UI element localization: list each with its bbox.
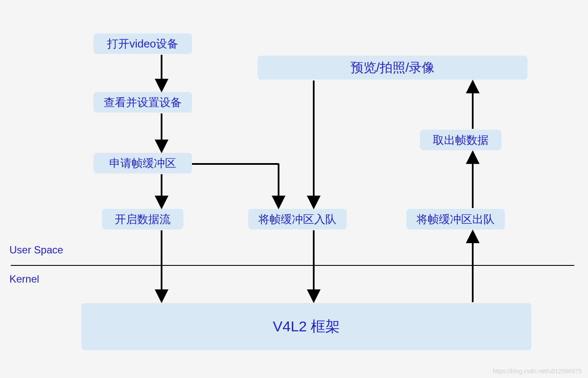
- node-dequeue: 将帧缓冲区出队: [406, 209, 505, 229]
- node-label: 将帧缓冲区出队: [417, 212, 495, 227]
- watermark: https://blog.csdn.net/u012596975: [493, 368, 582, 375]
- node-preview: 预览/拍照/录像: [258, 56, 528, 80]
- node-get-frame: 取出帧数据: [420, 130, 501, 150]
- node-label: V4L2 框架: [273, 317, 340, 336]
- node-label: 申请帧缓冲区: [109, 156, 176, 171]
- node-enqueue: 将帧缓冲区入队: [248, 209, 347, 229]
- label-kernel: Kernel: [9, 273, 39, 285]
- node-req-buffer: 申请帧缓冲区: [93, 153, 192, 173]
- node-start-stream: 开启数据流: [102, 209, 183, 229]
- node-label: 预览/拍照/录像: [351, 59, 435, 77]
- node-label: 打开video设备: [107, 36, 178, 51]
- node-label: 开启数据流: [115, 212, 171, 227]
- node-open-video: 打开video设备: [93, 33, 192, 54]
- node-label: 查看并设置设备: [104, 95, 182, 110]
- node-v4l2: V4L2 框架: [81, 303, 531, 350]
- node-check-set: 查看并设置设备: [93, 92, 192, 113]
- node-label: 取出帧数据: [433, 133, 489, 148]
- label-user-space: User Space: [9, 244, 63, 256]
- node-label: 将帧缓冲区入队: [258, 212, 336, 227]
